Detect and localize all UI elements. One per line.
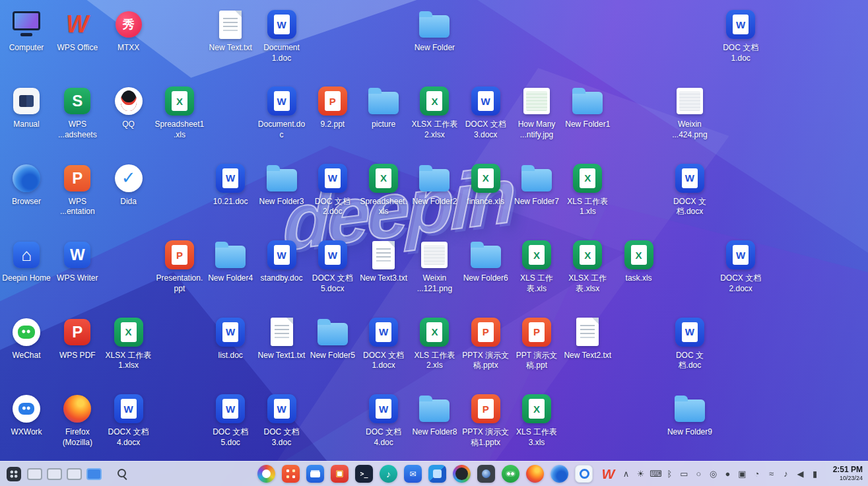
- desktop-icon[interactable]: W10.21.doc: [205, 158, 256, 232]
- desktop-icon[interactable]: XSpreadsheet.xls: [358, 158, 409, 232]
- desktop-icon[interactable]: WDOCX 文档.docx: [664, 158, 716, 232]
- desktop-icon[interactable]: WDocument.doc: [256, 81, 308, 155]
- desktop-icon[interactable]: Browser: [1, 158, 52, 232]
- desktop-icon[interactable]: XXLSX 工作表2.xlsx: [409, 81, 460, 155]
- desktop-icon[interactable]: Weixin ...424.png: [664, 81, 716, 155]
- desktop-icon[interactable]: WWPS Writer: [51, 234, 103, 308]
- desktop-icon[interactable]: WDOC 文档 3.doc: [256, 388, 308, 462]
- window-preview[interactable]: [67, 468, 82, 480]
- battery-icon[interactable]: ▮: [809, 469, 820, 478]
- desktop-icon[interactable]: New Folder1: [562, 81, 613, 155]
- desktop-icon[interactable]: New Folder3: [256, 158, 308, 232]
- desktop-icon[interactable]: ⌂Deepin Home: [1, 234, 52, 308]
- terminal-dock-icon[interactable]: >_: [355, 465, 373, 483]
- desktop-icon[interactable]: Xfinance.xls: [460, 158, 512, 232]
- desktop-icon[interactable]: New Text1.txt: [256, 312, 308, 386]
- voice-assistant-dock-icon[interactable]: [502, 465, 519, 483]
- desktop-icon[interactable]: WDOC 文档 2.doc: [307, 158, 358, 232]
- control-center-dock-icon[interactable]: [453, 465, 471, 483]
- desktop-icon[interactable]: picture: [358, 81, 409, 155]
- window-preview[interactable]: [86, 468, 102, 480]
- desktop-icon[interactable]: Manual: [1, 81, 52, 155]
- search-icon[interactable]: [117, 468, 128, 479]
- desktop-icon[interactable]: XXLSX 工作表.xlsx: [562, 234, 613, 308]
- window-preview[interactable]: [27, 468, 42, 480]
- desktop-icon[interactable]: New Text2.txt: [562, 312, 613, 386]
- bluetooth-icon[interactable]: ᛒ: [664, 469, 675, 478]
- app-market-dock-icon[interactable]: [331, 465, 349, 483]
- desktop-icon[interactable]: WeChat: [1, 312, 52, 386]
- desktop-icon[interactable]: Weixin ...121.png: [409, 234, 460, 308]
- desktop-icon[interactable]: Wstandby.doc: [256, 234, 308, 308]
- desktop-icon[interactable]: XSpreadsheet1.xls: [154, 81, 205, 155]
- desktop-icon[interactable]: WDOCX 文档 5.docx: [307, 234, 358, 308]
- desktop-icon[interactable]: New Folder2: [409, 158, 460, 232]
- desktop-icon[interactable]: WXWork: [1, 388, 52, 462]
- desktop-icon[interactable]: New Folder6: [460, 234, 512, 308]
- text-editor-dock-icon[interactable]: [428, 465, 446, 483]
- desktop-icon[interactable]: WDOC 文档 4.doc: [358, 388, 409, 462]
- music-dock-icon[interactable]: ♪: [380, 465, 397, 483]
- desktop-icon[interactable]: New Folder7: [511, 158, 562, 232]
- desktop-icon[interactable]: New Folder8: [409, 388, 460, 462]
- desktop-icon[interactable]: New Text3.txt: [358, 234, 409, 308]
- desktop-icon[interactable]: Firefox (Mozilla): [51, 388, 103, 462]
- desktop-icon[interactable]: XXLS 工作表 1.xls: [562, 158, 613, 232]
- brightness-icon[interactable]: ☀: [635, 469, 646, 478]
- desktop-icon[interactable]: XXLS 工作表 3.xls: [511, 388, 562, 462]
- desktop-icon[interactable]: XXLS 工作表.xls: [511, 234, 562, 308]
- desktop-icon[interactable]: PWPS ...entation: [51, 158, 103, 232]
- desktop-icon[interactable]: WDOCX 文档 2.docx: [715, 234, 766, 308]
- camera-dock-icon[interactable]: [477, 465, 495, 483]
- file-manager-dock-icon[interactable]: [306, 465, 324, 483]
- desktop-icon[interactable]: QQ: [103, 81, 154, 155]
- desktop-icon[interactable]: PWPS PDF: [51, 312, 103, 386]
- app-store-dock-icon[interactable]: [282, 465, 300, 483]
- expand-chevron-icon[interactable]: ∧: [620, 469, 632, 478]
- desktop-icon[interactable]: XXLSX 工作表1.xlsx: [103, 312, 154, 386]
- desktop-icon[interactable]: New Text.txt: [205, 4, 256, 78]
- desktop-icon[interactable]: P9.2.ppt: [307, 81, 358, 155]
- desktop-icon[interactable]: PPPT 演示文稿.ppt: [511, 312, 562, 386]
- power-manager-icon[interactable]: ○: [693, 469, 704, 478]
- workspace-icon[interactable]: ▣: [737, 469, 748, 478]
- display-icon[interactable]: ▭: [679, 469, 690, 478]
- desktop-icon[interactable]: New Folder4: [205, 234, 256, 308]
- screen-record-icon[interactable]: ●: [722, 469, 733, 478]
- desktop-icon[interactable]: How Many ...ntify.jpg: [511, 81, 562, 155]
- desktop-icon[interactable]: WWPS Office: [51, 4, 103, 78]
- firefox-dock-icon[interactable]: [526, 465, 544, 483]
- multitask-view-button[interactable]: [7, 467, 21, 481]
- desktop-icon[interactable]: New Folder9: [664, 388, 716, 462]
- desktop-icon[interactable]: WDOCX 文档 3.docx: [460, 81, 512, 155]
- desktop-icon[interactable]: XXLS 工作表 2.xls: [409, 312, 460, 386]
- desktop-icon[interactable]: SWPS ...adsheets: [51, 81, 103, 155]
- desktop-icon[interactable]: PPPTX 演示文稿1.pptx: [460, 388, 512, 462]
- desktop-icon[interactable]: Wlist.doc: [205, 312, 256, 386]
- keyboard-icon[interactable]: ⌨: [650, 469, 661, 478]
- desktop-icon[interactable]: ✓Dida: [103, 158, 154, 232]
- desktop-icon[interactable]: WDOC 文档.doc: [664, 312, 716, 386]
- eye-comfort-icon[interactable]: ◎: [708, 469, 719, 478]
- desktop-icon[interactable]: New Folder5: [307, 312, 358, 386]
- desktop-icon[interactable]: Xtask.xls: [613, 234, 665, 308]
- notifications-icon[interactable]: ◔: [751, 469, 762, 478]
- desktop-icon[interactable]: WDOC 文档 1.doc: [715, 4, 766, 78]
- headset-icon[interactable]: ♪: [780, 469, 791, 478]
- desktop-icon[interactable]: PPresentation.ppt: [154, 234, 205, 308]
- desktop-icon[interactable]: WDOC 文档 5.doc: [205, 388, 256, 462]
- desktop-icon[interactable]: WDOCX 文档 4.docx: [103, 388, 154, 462]
- screen-capture-dock-icon[interactable]: [575, 465, 593, 483]
- volume-icon[interactable]: ◀: [795, 469, 806, 478]
- desktop-icon[interactable]: WDocument 1.doc: [256, 4, 308, 78]
- window-preview[interactable]: [47, 468, 62, 480]
- mail-dock-icon[interactable]: ✉: [404, 465, 422, 483]
- desktop-icon[interactable]: New Folder: [409, 4, 460, 78]
- wps-office-dock-icon[interactable]: W: [599, 465, 617, 483]
- desktop-icon[interactable]: Computer: [1, 4, 52, 78]
- launcher-dock-icon[interactable]: [257, 465, 275, 483]
- desktop-icon[interactable]: WDOCX 文档 1.docx: [358, 312, 409, 386]
- desktop-icon[interactable]: 秀MTXX: [103, 4, 154, 78]
- taskbar-clock[interactable]: 2:51 PM 10/23/24: [833, 462, 863, 486]
- desktop-icon[interactable]: PPPTX 演示文稿.pptx: [460, 312, 512, 386]
